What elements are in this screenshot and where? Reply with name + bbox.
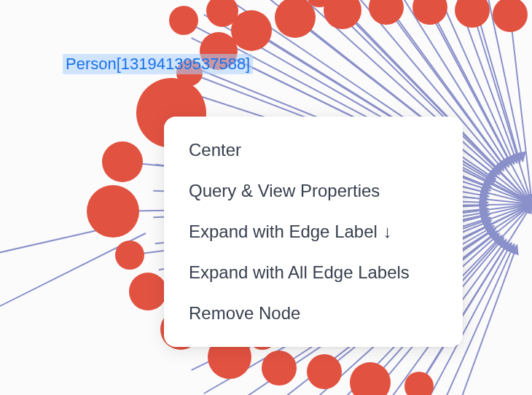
graph-node[interactable] [129, 273, 167, 310]
chevron-down-icon: ↓ [383, 222, 392, 242]
graph-node[interactable] [307, 354, 342, 389]
graph-node[interactable] [87, 185, 139, 238]
menu-item-label: Center [189, 140, 241, 160]
menu-item-remove-node[interactable]: Remove Node [164, 293, 463, 334]
graph-node[interactable] [102, 141, 143, 182]
menu-item-expand-with-edge-label[interactable]: Expand with Edge Label ↓ [164, 211, 463, 252]
graph-node[interactable] [455, 0, 490, 28]
menu-item-label: Query & View Properties [189, 181, 380, 201]
graph-node[interactable] [262, 351, 297, 386]
menu-item-label: Remove Node [189, 303, 300, 324]
node-context-menu: Center Query & View Properties Expand wi… [164, 117, 463, 347]
graph-node[interactable] [169, 6, 198, 35]
graph-canvas[interactable]: Person[13194139537588] Center Query & Vi… [0, 0, 532, 395]
graph-node[interactable] [115, 240, 144, 270]
selected-node-label: Person[13194139537588] [63, 54, 253, 74]
menu-item-label: Expand with All Edge Labels [189, 262, 410, 283]
menu-item-center[interactable]: Center [164, 130, 463, 171]
menu-item-label: Expand with Edge Label [189, 222, 378, 242]
graph-node[interactable] [493, 0, 528, 32]
menu-item-expand-with-all-edge-labels[interactable]: Expand with All Edge Labels [164, 252, 463, 293]
menu-item-query-view-properties[interactable]: Query & View Properties [164, 171, 463, 211]
graph-node[interactable] [275, 0, 316, 38]
graph-edge [510, 15, 532, 204]
graph-node[interactable] [404, 372, 434, 395]
